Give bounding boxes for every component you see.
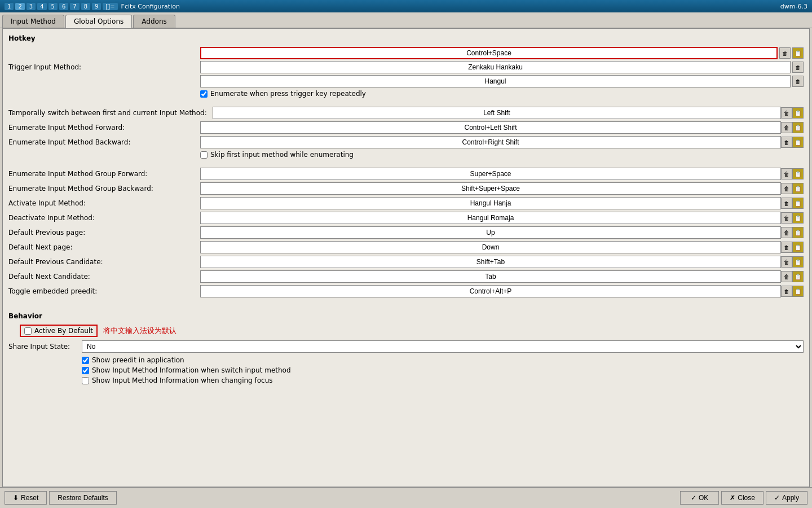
enum-forward-input[interactable] (200, 121, 781, 134)
prev-page-label: Default Previous page: (8, 229, 200, 237)
activate-im-row: Activate Input Method: 🗑 📋 (8, 197, 804, 209)
show-preedit-row: Show preedit in application (8, 356, 804, 364)
toggle-preedit-clear[interactable]: 🗑 (781, 286, 792, 297)
enum-backward-input[interactable] (200, 136, 781, 148)
reset-icon: ⬇ (13, 494, 19, 502)
trigger-key-clear-1[interactable]: 🗑 (792, 62, 804, 73)
toggle-preedit-edit[interactable]: 📋 (792, 286, 804, 297)
apply-button[interactable]: ✓ Apply (766, 491, 807, 505)
window-title: Fcitx Configuration (121, 3, 180, 10)
tab-input-method[interactable]: Input Method (2, 15, 64, 28)
trigger-key-input-2[interactable] (200, 75, 791, 87)
restore-defaults-button[interactable]: Restore Defaults (49, 491, 116, 505)
enum-group-fwd-edit[interactable]: 📋 (792, 168, 804, 179)
button-bar: ⬇ Reset Restore Defaults ✓ OK ✗ Close ✓ … (0, 487, 812, 508)
next-candidate-input[interactable] (200, 270, 781, 283)
trigger-key-input-1[interactable] (200, 61, 791, 73)
prev-candidate-clear[interactable]: 🗑 (781, 256, 792, 268)
tag-8[interactable]: 8 (81, 3, 90, 10)
wm-info: dwm-6.3 (780, 3, 807, 10)
skip-checkbox-row: Skip first input method while enumeratin… (8, 151, 804, 159)
tag-3[interactable]: 3 (27, 3, 36, 10)
deactivate-im-input[interactable] (200, 212, 781, 224)
tag-7[interactable]: 7 (70, 3, 79, 10)
activate-im-edit[interactable]: 📋 (792, 198, 804, 209)
prev-page-row: Default Previous page: 🗑 📋 (8, 226, 804, 239)
enum-forward-clear[interactable]: 🗑 (781, 122, 792, 133)
prev-page-edit[interactable]: 📋 (792, 227, 804, 238)
show-im-info-switch-checkbox[interactable] (82, 367, 89, 374)
skip-checkbox[interactable] (200, 151, 208, 159)
enum-group-bwd-input[interactable] (200, 182, 781, 195)
toggle-preedit-input[interactable] (200, 285, 781, 297)
activate-im-input[interactable] (200, 197, 781, 209)
prev-candidate-label: Default Previous Candidate: (8, 258, 200, 266)
enumerate-checkbox[interactable] (200, 90, 208, 98)
tab-bar: Input Method Global Options Addons (0, 12, 812, 28)
enum-group-fwd-row: Enumerate Input Method Group Forward: 🗑 … (8, 168, 804, 180)
ok-button[interactable]: ✓ OK (680, 491, 719, 505)
prev-candidate-row: Default Previous Candidate: 🗑 📋 (8, 256, 804, 268)
next-candidate-row: Default Next Candidate: 🗑 📋 (8, 270, 804, 283)
apply-label: Apply (782, 494, 799, 502)
show-preedit-checkbox[interactable] (82, 357, 89, 364)
prev-page-input[interactable] (200, 226, 781, 239)
enum-group-fwd-input[interactable] (200, 168, 781, 180)
tag-9[interactable]: 9 (92, 3, 101, 10)
prev-candidate-input[interactable] (200, 256, 781, 268)
temp-switch-input[interactable] (213, 107, 781, 119)
temp-switch-label: Temporally switch between first and curr… (8, 109, 213, 117)
deactivate-im-edit[interactable]: 📋 (792, 212, 804, 224)
restore-label: Restore Defaults (58, 494, 108, 502)
enum-backward-clear[interactable]: 🗑 (781, 137, 792, 148)
next-candidate-clear[interactable]: 🗑 (781, 271, 792, 282)
trigger-label: Trigger Input Method: (8, 63, 200, 71)
trigger-key-clear-2[interactable]: 🗑 (792, 76, 804, 87)
trigger-key-clear-0[interactable]: 🗑 (779, 47, 791, 59)
next-page-input[interactable] (200, 241, 781, 253)
next-page-edit[interactable]: 📋 (792, 242, 804, 253)
trigger-key-input-0[interactable] (200, 47, 778, 59)
show-im-info-switch-row: Show Input Method Information when switc… (8, 366, 804, 374)
enum-group-bwd-clear[interactable]: 🗑 (781, 183, 792, 194)
prev-candidate-edit[interactable]: 📋 (792, 256, 804, 268)
temp-switch-row: Temporally switch between first and curr… (8, 107, 804, 119)
close-label: Close (738, 494, 755, 502)
tag-2[interactable]: 2 (15, 3, 24, 10)
titlebar-left: 1 2 3 4 5 6 7 8 9 []= Fcitx Configuratio… (5, 3, 180, 10)
activate-im-clear[interactable]: 🗑 (781, 198, 792, 209)
ok-icon: ✓ (691, 494, 696, 502)
trigger-key-edit-0[interactable]: 📋 (792, 47, 804, 59)
tag-1[interactable]: 1 (5, 3, 14, 10)
tag-5[interactable]: 5 (48, 3, 58, 10)
active-by-default-checkbox[interactable] (24, 327, 32, 335)
trigger-key-row-1: 🗑 (200, 61, 804, 73)
tab-global-options[interactable]: Global Options (65, 15, 132, 28)
content-area[interactable]: Hotkey Trigger Input Method: 🗑 📋 🗑 (2, 28, 810, 487)
share-select[interactable]: No All Program (82, 340, 804, 353)
temp-switch-clear[interactable]: 🗑 (781, 107, 792, 119)
tag-4[interactable]: 4 (37, 3, 46, 10)
enum-group-fwd-clear[interactable]: 🗑 (781, 168, 792, 179)
enum-group-fwd-label: Enumerate Input Method Group Forward: (8, 170, 200, 178)
next-candidate-edit[interactable]: 📋 (792, 271, 804, 282)
enum-forward-edit[interactable]: 📋 (792, 122, 804, 133)
show-im-info-focus-checkbox[interactable] (82, 377, 89, 384)
tag-6[interactable]: 6 (59, 3, 68, 10)
tag-layout[interactable]: []= (103, 3, 117, 10)
show-preedit-label: Show preedit in application (92, 356, 184, 364)
enum-backward-edit[interactable]: 📋 (792, 137, 804, 148)
next-page-clear[interactable]: 🗑 (781, 242, 792, 253)
prev-page-clear[interactable]: 🗑 (781, 227, 792, 238)
close-button[interactable]: ✗ Close (721, 491, 764, 505)
deactivate-im-clear[interactable]: 🗑 (781, 212, 792, 224)
active-by-default-label-container[interactable]: Active By Default (20, 325, 98, 337)
share-label: Share Input State: (8, 343, 82, 351)
reset-button[interactable]: ⬇ Reset (5, 491, 47, 505)
tab-addons[interactable]: Addons (133, 15, 175, 28)
enum-group-bwd-edit[interactable]: 📋 (792, 183, 804, 194)
share-input-state-row: Share Input State: No All Program (8, 340, 804, 353)
enum-backward-label: Enumerate Input Method Backward: (8, 138, 200, 146)
temp-switch-edit[interactable]: 📋 (792, 107, 804, 119)
reset-label: Reset (21, 494, 38, 502)
